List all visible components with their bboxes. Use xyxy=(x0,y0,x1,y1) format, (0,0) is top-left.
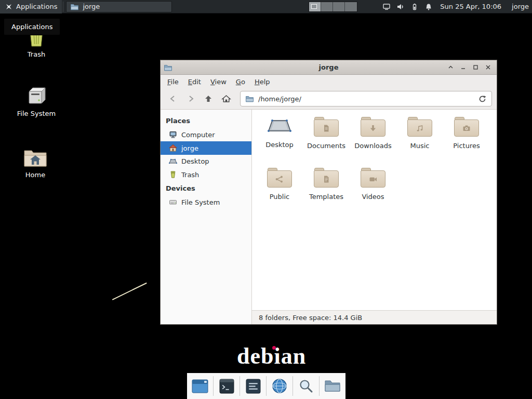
sidebar-item-trash[interactable]: Trash xyxy=(161,168,251,181)
menu-bar: File Edit View Go Help xyxy=(161,75,497,88)
maximize-button[interactable] xyxy=(470,62,481,73)
text-editor-icon xyxy=(246,379,261,394)
menu-help[interactable]: Help xyxy=(250,76,275,88)
battery-icon[interactable] xyxy=(410,3,419,11)
minimize-button[interactable] xyxy=(458,62,469,73)
icon-view[interactable]: Desktop xyxy=(252,110,497,310)
download-arrow-emblem-icon xyxy=(368,124,378,133)
wallpaper-scratch xyxy=(112,283,147,300)
desktop-icon-label: File System xyxy=(17,110,56,117)
panel-separator xyxy=(63,2,63,12)
window-body: Places Computer xyxy=(161,110,497,324)
menu-edit[interactable]: Edit xyxy=(183,76,206,88)
workspace-switcher xyxy=(309,2,357,12)
minimize-icon xyxy=(460,64,466,70)
reload-icon[interactable] xyxy=(478,95,487,103)
display-icon[interactable] xyxy=(382,3,391,11)
computer-icon xyxy=(169,130,177,139)
menu-file[interactable]: File xyxy=(163,76,183,88)
workspace-3[interactable] xyxy=(333,2,345,11)
location-bar[interactable]: /home/jorge/ xyxy=(240,91,492,107)
workspace-4[interactable] xyxy=(345,2,357,11)
app-finder-magnifier-icon xyxy=(298,378,314,394)
window-folder-icon xyxy=(164,64,172,71)
dock-show-desktop[interactable] xyxy=(187,373,213,399)
back-button[interactable] xyxy=(165,91,181,107)
home-icon xyxy=(169,144,177,152)
desktop-surface-icon xyxy=(268,117,291,136)
sidebar-item-computer[interactable]: Computer xyxy=(161,128,251,141)
taskbar-button-label: jorge xyxy=(83,3,100,10)
terminal-icon xyxy=(219,379,234,394)
file-item-templates[interactable]: Templates xyxy=(303,168,350,219)
desktop-icon-file-system[interactable]: File System xyxy=(12,86,60,117)
file-item-videos[interactable]: Videos xyxy=(350,168,396,219)
devices-header: Devices xyxy=(161,181,251,195)
volume-icon[interactable] xyxy=(396,3,405,11)
shade-button[interactable] xyxy=(445,62,456,73)
folder-icon-videos xyxy=(361,168,385,188)
file-item-pictures[interactable]: Pictures xyxy=(443,117,490,168)
taskbar-button-jorge[interactable]: jorge xyxy=(66,1,172,12)
forward-button[interactable] xyxy=(183,91,198,107)
top-panel: Applications jorge xyxy=(0,0,532,14)
document-emblem-icon xyxy=(322,124,331,133)
system-tray xyxy=(382,3,433,11)
menu-go[interactable]: Go xyxy=(231,76,250,88)
dock-text-editor[interactable] xyxy=(240,373,266,399)
applications-menu-button[interactable]: Applications xyxy=(0,0,62,14)
sidebar-item-jorge[interactable]: jorge xyxy=(161,141,251,155)
file-item-label: Music xyxy=(410,142,430,150)
sidebar-item-label: jorge xyxy=(181,144,198,152)
menu-view[interactable]: View xyxy=(206,76,231,88)
panel-clock[interactable]: Sun 25 Apr, 10:06 xyxy=(440,3,501,10)
arrow-right-icon xyxy=(186,94,195,103)
file-item-label: Public xyxy=(270,193,289,201)
file-item-downloads[interactable]: Downloads xyxy=(350,117,396,168)
location-folder-icon xyxy=(245,95,254,102)
workspace-2[interactable] xyxy=(321,2,333,11)
window-controls xyxy=(445,62,494,73)
applications-menu-icon xyxy=(5,3,13,11)
desktop-icon-home[interactable]: Home xyxy=(11,149,59,179)
sidebar-item-file-system[interactable]: File System xyxy=(161,195,251,209)
file-manager-window: jorge xyxy=(160,60,497,325)
applications-tooltip: Applications xyxy=(4,18,60,35)
video-camera-emblem-icon xyxy=(368,175,378,184)
file-item-music[interactable]: Music xyxy=(396,117,443,168)
toolbar: /home/jorge/ xyxy=(161,88,497,110)
dock-file-manager[interactable] xyxy=(320,373,345,399)
dock-app-finder[interactable] xyxy=(293,373,319,399)
show-desktop-icon xyxy=(192,379,208,393)
sidebar-item-label: Trash xyxy=(181,171,199,179)
dock-terminal[interactable] xyxy=(214,373,240,399)
file-item-documents[interactable]: Documents xyxy=(303,117,350,168)
workspace-1[interactable] xyxy=(309,2,321,11)
notifications-bell-icon[interactable] xyxy=(424,3,433,11)
sidebar-item-desktop[interactable]: Desktop xyxy=(161,155,251,168)
drive-icon xyxy=(169,198,177,206)
file-item-public[interactable]: Public xyxy=(256,168,303,219)
close-button[interactable] xyxy=(483,62,494,73)
arrow-left-icon xyxy=(168,94,178,103)
home-button[interactable] xyxy=(218,91,234,107)
arrow-up-icon xyxy=(204,94,213,103)
folder-icon-documents xyxy=(314,117,339,137)
up-button[interactable] xyxy=(201,91,216,107)
folder-icon-music xyxy=(407,117,432,137)
folder-icon xyxy=(70,3,79,10)
file-item-desktop[interactable]: Desktop xyxy=(256,117,303,168)
debian-logo-red-dot xyxy=(272,346,276,350)
sidebar-item-label: Computer xyxy=(181,131,215,139)
drive-icon xyxy=(25,86,48,107)
title-bar[interactable]: jorge xyxy=(161,60,497,75)
folder-icon-pictures xyxy=(454,117,479,137)
home-folder-icon xyxy=(23,149,47,168)
applications-menu-label: Applications xyxy=(16,3,57,10)
trash-icon xyxy=(169,170,177,179)
desktop-icon-label: Home xyxy=(25,171,45,179)
dock-web-browser[interactable] xyxy=(267,373,292,399)
location-path[interactable]: /home/jorge/ xyxy=(258,95,474,103)
file-item-label: Templates xyxy=(309,193,343,201)
desktop-icon-label: Trash xyxy=(28,50,45,58)
